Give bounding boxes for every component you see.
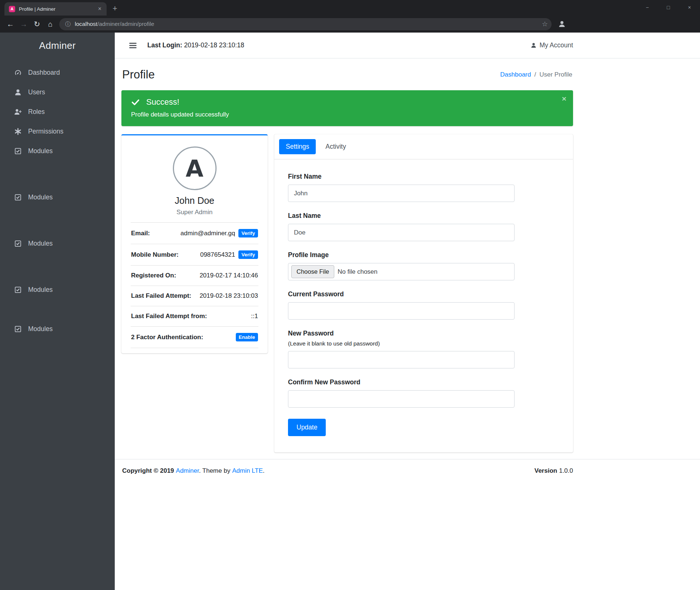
sidebar-item-modules-1[interactable]: Modules	[0, 141, 115, 161]
maximize-button[interactable]: □	[658, 4, 679, 10]
sidebar-item-dashboard[interactable]: Dashboard	[0, 63, 115, 82]
profile-row-value: ::1	[251, 313, 258, 320]
forward-button: →	[17, 18, 30, 30]
my-account-label: My Account	[540, 41, 573, 49]
footer: Copyright © 2019Adminer. Theme byAdmin L…	[115, 459, 700, 482]
asterisk-icon	[14, 128, 22, 136]
sidebar-item-permissions[interactable]: Permissions	[0, 122, 115, 141]
footer-adminer-link[interactable]: Adminer	[176, 467, 199, 474]
choose-file-button[interactable]: Choose File	[291, 265, 334, 278]
page-header: Profile Dashboard/User Profile	[121, 68, 573, 81]
address-bar[interactable]: ⓘ localhost/adminer/admin/profile ☆	[59, 18, 552, 30]
browser-toolbar: ← → ↻ ⌂ ⓘ localhost/adminer/admin/profil…	[0, 16, 700, 33]
sidebar-item-label: Dashboard	[28, 69, 60, 77]
sidebar-item-modules-2[interactable]: Modules	[0, 188, 115, 207]
sidebar-item-label: Permissions	[28, 128, 63, 135]
app-frame: Adminer Dashboard Users Roles	[0, 33, 700, 590]
sidebar-item-label: Modules	[28, 286, 53, 294]
profile-row-2fa: 2 Factor Authentication: Enable	[131, 326, 258, 348]
dashboard-icon	[14, 69, 22, 77]
sidebar-item-label: Modules	[28, 240, 53, 247]
bookmark-star-icon[interactable]: ☆	[542, 20, 548, 28]
footer-period: .	[263, 467, 265, 474]
verify-mobile-button[interactable]: Verify	[238, 250, 258, 259]
version-text: Version1.0.0	[535, 467, 573, 475]
profile-row-label: Registered On:	[131, 272, 176, 279]
home-button[interactable]: ⌂	[44, 18, 57, 30]
sidebar-item-modules-5[interactable]: Modules	[0, 319, 115, 339]
alert-title: Success!	[146, 97, 179, 107]
last-login-value: 2019-02-18 23:10:18	[184, 41, 244, 49]
breadcrumb-current: User Profile	[539, 71, 572, 78]
profile-card: A John Doe Super Admin Email: admin@admi…	[121, 134, 268, 353]
user-plus-icon	[14, 108, 22, 116]
first-name-field[interactable]	[288, 185, 515, 202]
my-account-link[interactable]: My Account	[530, 41, 573, 49]
last-name-field[interactable]	[288, 224, 515, 241]
sidebar: Adminer Dashboard Users Roles	[0, 33, 115, 590]
current-password-field[interactable]	[288, 302, 515, 320]
reload-button[interactable]: ↻	[30, 18, 44, 30]
minimize-button[interactable]: −	[637, 4, 658, 10]
main-area: Last Login: 2019-02-18 23:10:18 My Accou…	[115, 33, 700, 590]
new-password-field[interactable]	[288, 351, 515, 368]
profile-row-mobile: Mobile Number: 0987654321Verify	[131, 244, 258, 265]
browser-profile-icon[interactable]	[557, 20, 566, 28]
new-tab-button[interactable]: +	[113, 4, 117, 13]
profile-row-value: 2019-02-18 23:10:03	[200, 292, 258, 300]
profile-row-label: Mobile Number:	[131, 251, 178, 259]
sidebar-item-label: Roles	[28, 108, 45, 116]
url-path: /adminer/admin/profile	[97, 21, 154, 27]
profile-row-label: 2 Factor Authentication:	[131, 334, 203, 341]
footer-adminlte-link[interactable]: Admin LTE	[232, 467, 263, 474]
breadcrumb: Dashboard/User Profile	[500, 71, 572, 78]
settings-card: Settings Activity First Name Last Name	[274, 134, 573, 452]
sidebar-toggle-icon[interactable]	[128, 41, 137, 50]
tab-settings[interactable]: Settings	[279, 139, 316, 154]
brand-title[interactable]: Adminer	[0, 33, 115, 58]
tab-close-icon[interactable]: ×	[97, 6, 102, 12]
last-name-label: Last Name	[288, 212, 559, 220]
top-navbar: Last Login: 2019-02-18 23:10:18 My Accou…	[115, 33, 700, 58]
confirm-password-field[interactable]	[288, 390, 515, 408]
profile-row-label: Last Failed Attempt:	[131, 292, 191, 300]
last-login-label: Last Login:	[147, 41, 182, 49]
profile-image-label: Profile Image	[288, 251, 559, 259]
enable-2fa-button[interactable]: Enable	[236, 333, 258, 341]
copyright-text: Copyright © 2019Adminer. Theme byAdmin L…	[122, 467, 265, 475]
profile-row-email: Email: admin@adminer.gqVerify	[131, 222, 258, 244]
verify-email-button[interactable]: Verify	[238, 229, 258, 237]
content: Profile Dashboard/User Profile Success! …	[115, 58, 573, 452]
file-status-text: No file chosen	[338, 268, 378, 276]
check-square-icon	[14, 240, 22, 248]
tab-activity[interactable]: Activity	[319, 139, 352, 154]
sidebar-item-modules-4[interactable]: Modules	[0, 280, 115, 300]
sidebar-item-label: Users	[28, 88, 45, 96]
browser-tab[interactable]: A Profile | Adminer ×	[4, 2, 107, 16]
profile-row-registered: Registered On: 2019-02-17 14:10:46	[131, 265, 258, 286]
profile-image-input[interactable]: Choose File No file chosen	[288, 263, 515, 280]
site-info-icon[interactable]: ⓘ	[65, 21, 71, 28]
alert-close-icon[interactable]: ×	[562, 94, 566, 103]
sidebar-item-modules-3[interactable]: Modules	[0, 234, 115, 253]
breadcrumb-separator: /	[534, 71, 536, 78]
back-button[interactable]: ←	[4, 18, 17, 30]
profile-row-value: 2019-02-17 14:10:46	[200, 272, 258, 279]
sidebar-nav: Dashboard Users Roles Permissions	[0, 58, 115, 339]
sidebar-item-users[interactable]: Users	[0, 82, 115, 102]
cards-row: A John Doe Super Admin Email: admin@admi…	[121, 134, 573, 452]
update-button[interactable]: Update	[288, 419, 326, 436]
breadcrumb-dashboard-link[interactable]: Dashboard	[500, 71, 531, 78]
close-window-button[interactable]: ×	[679, 4, 700, 10]
url-host: localhost	[75, 21, 97, 27]
current-password-label: Current Password	[288, 290, 559, 298]
account-person-icon	[530, 42, 537, 48]
alert-message: Profile details updated successfully	[131, 111, 563, 118]
profile-role: Super Admin	[131, 209, 258, 222]
profile-row-failed-from: Last Failed Attempt from: ::1	[131, 306, 258, 326]
sidebar-item-label: Modules	[28, 193, 53, 201]
profile-row-value: 0987654321	[200, 251, 235, 259]
check-square-icon	[14, 193, 22, 202]
sidebar-item-roles[interactable]: Roles	[0, 102, 115, 122]
check-square-icon	[14, 286, 22, 294]
